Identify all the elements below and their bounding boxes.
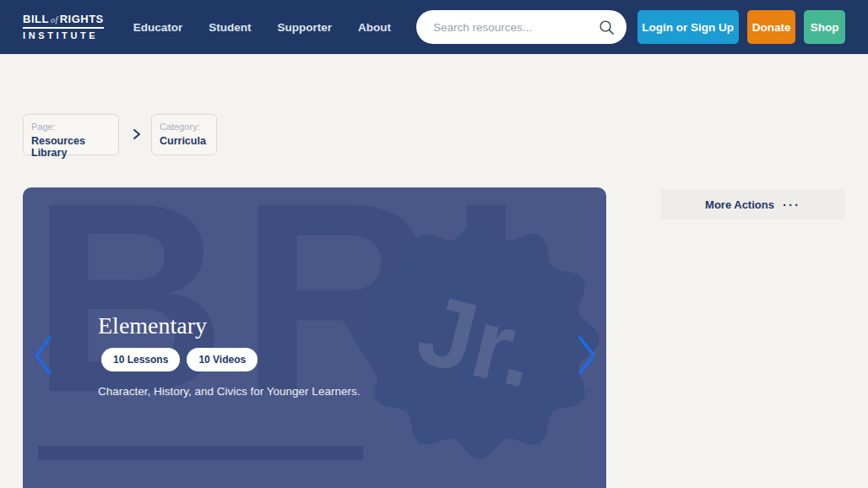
logo-of: of <box>51 15 58 24</box>
badge-lessons: 10 Lessons <box>101 348 180 371</box>
card-title: Elementary <box>98 312 207 339</box>
header: BILLofRIGHTS INSTITUTE Educator Student … <box>0 0 868 54</box>
logo-bill: BILL <box>23 13 49 25</box>
more-actions-label: More Actions <box>705 198 774 211</box>
watermark-underline-bar <box>38 446 363 460</box>
more-actions-button[interactable]: More Actions ··· <box>660 189 845 220</box>
carousel-prev-button[interactable] <box>32 334 54 379</box>
breadcrumb-category[interactable]: Category: Curricula <box>151 114 217 155</box>
search-input[interactable] <box>431 20 599 35</box>
card-description: Character, History, and Civics for Young… <box>98 385 360 398</box>
donate-button[interactable]: Donate <box>747 10 796 44</box>
ellipsis-icon: ··· <box>783 198 800 212</box>
hero-card[interactable]: BRI Jr. Elementary 10 Lessons 10 Videos … <box>23 187 606 488</box>
nav-item-educator[interactable]: Educator <box>133 21 183 34</box>
carousel-next-button[interactable] <box>576 334 598 379</box>
breadcrumb-category-label: Category: <box>160 122 209 132</box>
breadcrumb-page[interactable]: Page: Resources Library <box>23 114 119 155</box>
nav-item-student[interactable]: Student <box>209 21 251 34</box>
breadcrumb-page-label: Page: <box>31 122 111 132</box>
page: BILLofRIGHTS INSTITUTE Educator Student … <box>0 0 868 488</box>
main-nav: Educator Student Supporter About <box>133 21 391 34</box>
logo-line1: BILLofRIGHTS <box>23 14 104 29</box>
logo-line2: INSTITUTE <box>23 31 104 41</box>
nav-item-supporter[interactable]: Supporter <box>278 21 333 34</box>
breadcrumb-category-value: Curricula <box>160 135 209 147</box>
search-icon[interactable] <box>599 19 615 35</box>
breadcrumb-chevron-icon <box>131 127 143 141</box>
jr-seal: Jr. <box>344 204 606 474</box>
card-badges: 10 Lessons 10 Videos <box>101 348 258 371</box>
chevron-left-icon <box>32 366 54 379</box>
shop-button[interactable]: Shop <box>804 10 845 44</box>
nav-item-about[interactable]: About <box>358 21 391 34</box>
badge-videos: 10 Videos <box>187 348 258 371</box>
logo-rights: RIGHTS <box>60 13 104 25</box>
breadcrumb-page-value: Resources Library <box>31 135 111 159</box>
chevron-right-icon <box>576 366 598 379</box>
bri-logo[interactable]: BILLofRIGHTS INSTITUTE <box>23 14 104 41</box>
login-button[interactable]: Login or Sign Up <box>637 10 739 44</box>
search-bar <box>416 10 627 44</box>
